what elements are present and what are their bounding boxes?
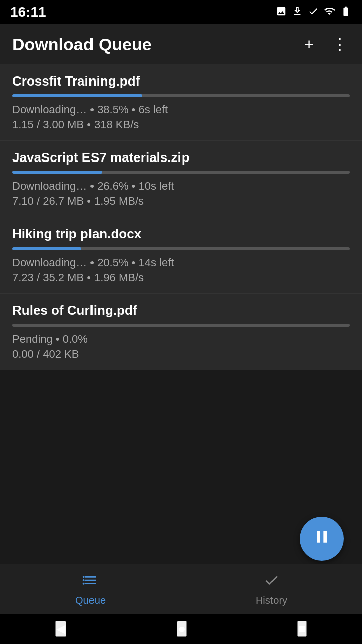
- menu-button[interactable]: ⋮: [330, 33, 350, 56]
- bottom-nav: Queue History: [0, 564, 362, 614]
- battery-icon: [340, 6, 352, 19]
- download-item-2[interactable]: Hiking trip plan.docx Downloading… • 20.…: [0, 217, 362, 294]
- svg-point-2: [83, 582, 85, 584]
- status-time: 16:11: [10, 4, 46, 20]
- check-icon: [308, 6, 319, 19]
- nav-label-queue: Queue: [75, 595, 106, 606]
- svg-point-0: [83, 576, 85, 578]
- status-bar: 16:11: [0, 0, 362, 24]
- status-line2-2: 7.23 / 35.2 MB • 1.96 MB/s: [12, 271, 350, 284]
- nav-item-history[interactable]: History: [181, 572, 362, 606]
- progress-bar-fill-1: [12, 171, 102, 174]
- progress-bar-container-2: [12, 247, 350, 250]
- photo-icon: [276, 6, 287, 19]
- filename-3: Rules of Curling.pdf: [12, 303, 350, 318]
- filename-0: Crossfit Training.pdf: [12, 73, 350, 89]
- progress-bar-container-1: [12, 171, 350, 174]
- status-icons: [276, 6, 352, 19]
- status-line1-2: Downloading… • 20.5% • 14s left: [12, 256, 350, 269]
- top-bar-actions: + ⋮: [302, 33, 350, 56]
- progress-bar-fill-0: [12, 94, 142, 97]
- status-line1-0: Downloading… • 38.5% • 6s left: [12, 103, 350, 116]
- status-line2-1: 7.10 / 26.7 MB • 1.95 MB/s: [12, 195, 350, 208]
- progress-bar-container-0: [12, 94, 350, 97]
- wifi-icon: [324, 6, 335, 19]
- back-button[interactable]: ◀: [55, 621, 66, 637]
- status-line1-3: Pending • 0.0%: [12, 333, 350, 346]
- system-nav: ◀ ● ■: [0, 614, 362, 644]
- download-item-1[interactable]: JavaScript ES7 materials.zip Downloading…: [0, 141, 362, 217]
- recent-button[interactable]: ■: [297, 621, 307, 637]
- download-arrow-icon: [292, 6, 303, 19]
- home-button[interactable]: ●: [177, 621, 187, 637]
- pause-fab[interactable]: [300, 517, 344, 561]
- download-item-3[interactable]: Rules of Curling.pdf Pending • 0.0% 0.00…: [0, 294, 362, 370]
- download-list: Crossfit Training.pdf Downloading… • 38.…: [0, 64, 362, 564]
- progress-bar-container-3: [12, 324, 350, 327]
- add-button[interactable]: +: [302, 33, 316, 56]
- queue-icon: [82, 572, 99, 592]
- nav-label-history: History: [256, 595, 287, 606]
- nav-item-queue[interactable]: Queue: [0, 572, 181, 606]
- download-item-0[interactable]: Crossfit Training.pdf Downloading… • 38.…: [0, 64, 362, 141]
- progress-bar-fill-2: [12, 247, 81, 250]
- status-line2-3: 0.00 / 402 KB: [12, 348, 350, 361]
- history-icon: [263, 572, 280, 592]
- filename-1: JavaScript ES7 materials.zip: [12, 150, 350, 166]
- pause-icon: [312, 527, 332, 551]
- svg-point-1: [83, 579, 85, 581]
- filename-2: Hiking trip plan.docx: [12, 226, 350, 242]
- status-line1-1: Downloading… • 26.6% • 10s left: [12, 180, 350, 193]
- status-line2-0: 1.15 / 3.00 MB • 318 KB/s: [12, 118, 350, 131]
- page-title: Download Queue: [12, 35, 302, 54]
- top-bar: Download Queue + ⋮: [0, 24, 362, 64]
